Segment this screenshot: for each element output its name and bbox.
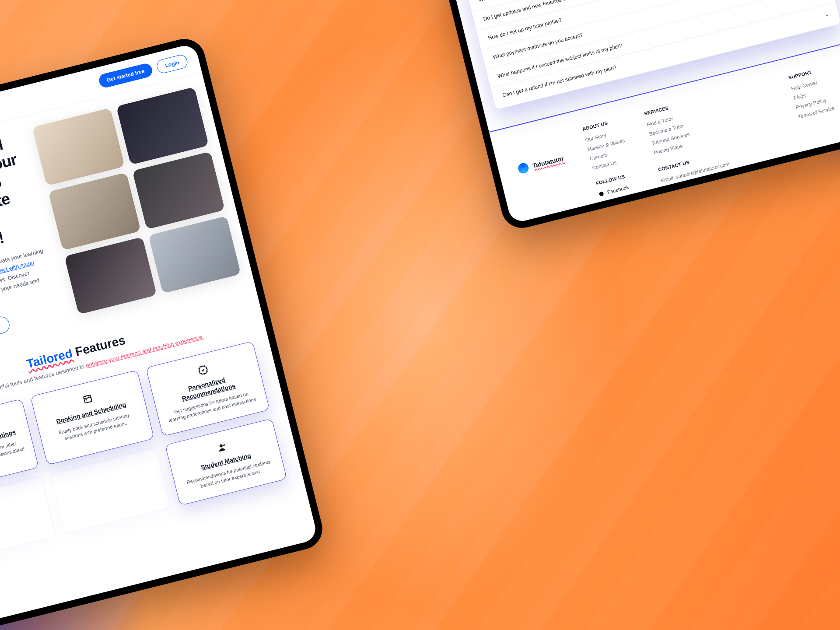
hero-image-grid	[32, 88, 236, 315]
find-a-tutor-button[interactable]: Find a Tutor	[0, 315, 11, 344]
feature-card	[0, 476, 56, 563]
footer-link: Facebook	[607, 185, 630, 195]
chevron-down-icon: ⌄	[824, 11, 829, 18]
feature-desc: Read reviews and ratings from other stud…	[0, 438, 27, 481]
hero-image	[32, 108, 125, 186]
feature-card	[49, 447, 172, 535]
twitter-icon	[601, 200, 607, 206]
hero-image	[148, 216, 241, 294]
login-button[interactable]: Login	[155, 53, 189, 74]
footer-brand: Tafutatutor	[517, 153, 565, 175]
footer-brand-col: Tafutatutor	[512, 133, 566, 178]
feature-card-booking: Booking and Scheduling Easily book and s…	[30, 370, 154, 466]
hero-image	[132, 151, 225, 229]
svg-point-5	[598, 191, 604, 196]
hero-image	[48, 172, 141, 250]
footer-heading-about: ABOUT US	[582, 117, 620, 132]
hero-image	[64, 237, 157, 315]
feature-card-recommendations: Personalized Recommendations Get suggest…	[146, 341, 270, 437]
feature-card-matching: Student Matching Recommendations for pot…	[165, 418, 287, 506]
hero-headline-text: – Your Ultimate Gateway to	[0, 150, 18, 225]
footer-social-facebook[interactable]: Facebook	[598, 183, 637, 197]
footer-col-support: SUPPORT Help Center FAQs Privacy Policy …	[788, 66, 836, 123]
logo-icon	[517, 162, 530, 175]
footer-heading-support: SUPPORT	[788, 66, 826, 80]
svg-point-4	[219, 444, 223, 448]
get-started-free-button[interactable]: Get started free	[98, 62, 154, 89]
facebook-icon	[598, 191, 605, 197]
svg-rect-3	[86, 399, 88, 401]
footer-heading-follow: FOLLOW US	[595, 172, 634, 186]
footer-link: x twitter	[609, 195, 627, 204]
footer-brand-name: Tafutatutor	[532, 155, 565, 169]
hero-image	[116, 87, 209, 165]
